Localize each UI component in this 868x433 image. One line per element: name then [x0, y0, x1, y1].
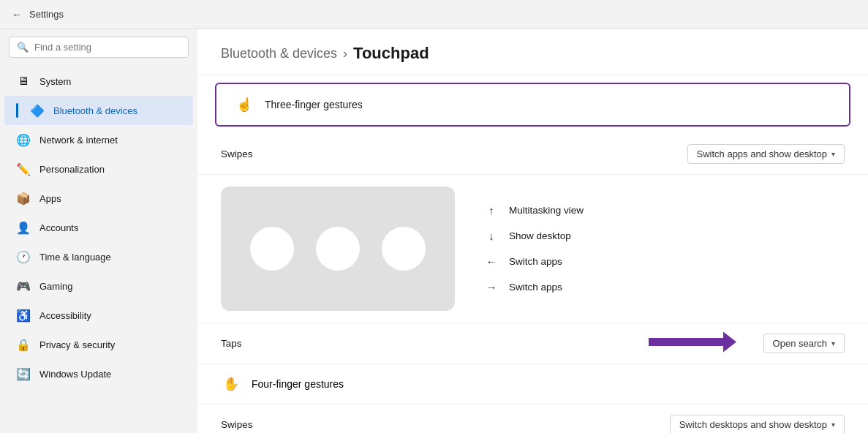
gesture-item: → Switch apps: [484, 281, 584, 293]
search-icon: 🔍: [17, 42, 29, 53]
sidebar-item-accessibility[interactable]: ♿ Accessibility: [4, 301, 193, 330]
finger-circle-2: [316, 227, 360, 271]
touchpad-visual: [221, 187, 455, 311]
sidebar-item-time[interactable]: 🕐 Time & language: [4, 242, 193, 271]
system-icon: 🖥: [16, 74, 31, 89]
gesture-label: Show desktop: [509, 230, 571, 241]
main-layout: 🔍 🖥 System 🔷 Bluetooth & devices 🌐 Netwo…: [0, 29, 868, 433]
sidebar-item-gaming[interactable]: 🎮 Gaming: [4, 271, 193, 301]
gesture-arrow-up: ↑: [484, 204, 499, 217]
gesture-arrow-down: ↓: [484, 230, 499, 242]
gaming-icon: 🎮: [16, 279, 31, 293]
gesture-label: Multitasking view: [509, 205, 584, 216]
sidebar-item-network[interactable]: 🌐 Network & internet: [4, 125, 193, 154]
sidebar-item-label: Bluetooth & devices: [53, 105, 181, 116]
four-finger-title: Four-finger gestures: [252, 378, 344, 390]
bottom-swipes-value: Switch desktops and show desktop: [679, 419, 827, 430]
time-icon: 🕐: [16, 249, 31, 264]
three-finger-title: Three-finger gestures: [265, 99, 363, 110]
sidebar-item-update[interactable]: 🔄 Windows Update: [4, 359, 193, 388]
taps-setting-row: Taps Open search ▾: [197, 323, 868, 364]
swipes-dropdown[interactable]: Switch apps and show desktop ▾: [687, 144, 845, 164]
sidebar-item-label: Windows Update: [39, 369, 181, 380]
four-finger-gestures-section[interactable]: ✋ Four-finger gestures: [197, 364, 868, 404]
breadcrumb-parent[interactable]: Bluetooth & devices: [221, 46, 337, 61]
annotation-arrow: [649, 332, 736, 355]
finger-circle-3: [382, 227, 426, 271]
sidebar-item-label: System: [39, 76, 181, 87]
personalization-icon: ✏️: [16, 162, 31, 176]
bottom-swipes-setting-row: Swipes Switch desktops and show desktop …: [197, 404, 868, 433]
chevron-down-icon: ▾: [831, 421, 835, 429]
gesture-label: Switch apps: [509, 256, 562, 267]
finger-circle-1: [250, 227, 294, 271]
breadcrumb-current: Touchpad: [353, 44, 429, 63]
content-area: Bluetooth & devices › Touchpad ☝ Three-f…: [197, 29, 868, 433]
big-arrow-icon: [649, 332, 736, 353]
sidebar-item-bluetooth[interactable]: 🔷 Bluetooth & devices: [4, 96, 193, 125]
active-indicator: [16, 103, 18, 118]
app-title: Settings: [29, 9, 64, 20]
gesture-arrow-right: →: [484, 281, 499, 293]
sidebar-item-label: Gaming: [39, 281, 181, 292]
settings-content: ☝ Three-finger gestures Swipes Switch ap…: [197, 75, 868, 433]
chevron-down-icon: ▾: [831, 339, 835, 347]
swipes-setting-row: Swipes Switch apps and show desktop ▾: [197, 134, 868, 175]
sidebar-item-privacy[interactable]: 🔒 Privacy & security: [4, 330, 193, 359]
sidebar-item-label: Privacy & security: [39, 339, 181, 350]
three-finger-icon: ☝: [234, 94, 254, 115]
sidebar-item-label: Time & language: [39, 252, 181, 263]
update-icon: 🔄: [16, 366, 31, 381]
sidebar-item-label: Network & internet: [39, 135, 181, 146]
sidebar: 🔍 🖥 System 🔷 Bluetooth & devices 🌐 Netwo…: [0, 29, 197, 433]
sidebar-item-apps[interactable]: 📦 Apps: [4, 184, 193, 213]
breadcrumb-separator: ›: [343, 46, 347, 61]
bottom-swipes-dropdown[interactable]: Switch desktops and show desktop ▾: [670, 415, 845, 433]
chevron-down-icon: ▾: [831, 150, 835, 158]
apps-icon: 📦: [16, 191, 31, 206]
back-button[interactable]: ←: [12, 9, 22, 20]
privacy-icon: 🔒: [16, 337, 31, 352]
sidebar-item-personalization[interactable]: ✏️ Personalization: [4, 154, 193, 184]
breadcrumb: Bluetooth & devices › Touchpad: [197, 29, 868, 75]
sidebar-item-label: Personalization: [39, 164, 181, 175]
gesture-item: ↑ Multitasking view: [484, 204, 584, 217]
taps-dropdown[interactable]: Open search ▾: [763, 334, 845, 353]
sidebar-item-label: Accessibility: [39, 310, 181, 321]
sidebar-item-accounts[interactable]: 👤 Accounts: [4, 213, 193, 242]
gesture-arrow-left: ←: [484, 255, 499, 268]
bluetooth-icon: 🔷: [30, 103, 45, 118]
swipes-value: Switch apps and show desktop: [697, 148, 828, 159]
title-bar: ← Settings: [0, 0, 868, 29]
four-finger-icon: ✋: [221, 376, 241, 392]
taps-value: Open search: [773, 338, 827, 349]
bottom-swipes-label: Swipes: [221, 419, 670, 430]
network-icon: 🌐: [16, 132, 31, 147]
three-finger-gestures-section[interactable]: ☝ Three-finger gestures: [215, 83, 850, 127]
accessibility-icon: ♿: [16, 308, 31, 323]
sidebar-item-system[interactable]: 🖥 System: [4, 67, 193, 96]
accounts-icon: 👤: [16, 220, 31, 235]
search-input[interactable]: [34, 42, 181, 53]
gesture-item: ← Switch apps: [484, 255, 584, 268]
touchpad-gestures: ↑ Multitasking view ↓ Show desktop ← Swi…: [484, 187, 584, 311]
sidebar-item-label: Apps: [39, 193, 181, 204]
sidebar-item-label: Accounts: [39, 222, 181, 233]
gesture-item: ↓ Show desktop: [484, 230, 584, 242]
touchpad-section: ↑ Multitasking view ↓ Show desktop ← Swi…: [197, 175, 868, 323]
swipes-label: Swipes: [221, 148, 687, 159]
search-box[interactable]: 🔍: [9, 37, 189, 58]
gesture-label: Switch apps: [509, 282, 562, 293]
